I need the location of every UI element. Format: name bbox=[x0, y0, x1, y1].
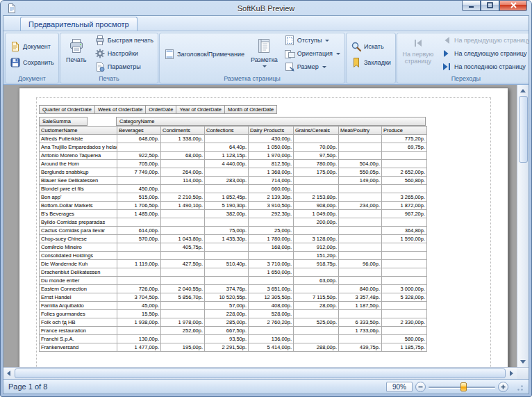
value-cell: 427,50р. bbox=[161, 260, 205, 268]
print-settings-button[interactable]: Настройки bbox=[92, 47, 156, 60]
value-cell: 15,50р. bbox=[117, 310, 161, 318]
save-button-label: Сохранить bbox=[23, 59, 54, 66]
window-title: SoftKuB Preview bbox=[3, 4, 529, 13]
value-cell: 1 590,00р. bbox=[382, 235, 427, 243]
value-cell bbox=[294, 327, 339, 335]
table-row: Frankenversand1 477,00р.195,00р.2 291,50… bbox=[40, 343, 427, 352]
ribbon-group-document: Документ Сохранить Документ bbox=[5, 33, 59, 83]
value-cell: 504,00р. bbox=[339, 160, 382, 168]
value-cell bbox=[294, 185, 339, 193]
margins-button[interactable]: Отступы bbox=[281, 34, 343, 47]
column-header: Meat/Poultry bbox=[339, 127, 382, 135]
find-button[interactable]: Искать bbox=[348, 40, 394, 53]
value-cell: 175,00р. bbox=[294, 168, 339, 177]
group-label-page-layout: Разметка страницы bbox=[161, 74, 343, 83]
page-size-button[interactable]: Размер bbox=[281, 60, 343, 73]
ribbon: Документ Сохранить Документ Печать bbox=[3, 31, 529, 85]
first-page-button[interactable]: На первую страницу bbox=[399, 34, 438, 74]
print-options-button[interactable]: Параметры bbox=[92, 60, 156, 73]
prev-page-button[interactable]: На предыдущую страницу bbox=[438, 34, 529, 47]
value-cell: 75,00р. bbox=[205, 227, 249, 235]
value-cell: 364,80р. bbox=[382, 227, 427, 235]
value-cell: 1 872,00р. bbox=[382, 202, 427, 210]
orientation-button[interactable]: Ориентация bbox=[281, 47, 343, 60]
close-button[interactable] bbox=[499, 1, 527, 11]
value-cell: 408,00р. bbox=[249, 302, 294, 310]
pivot-header-row: CustomerName BeveragesCondimentsConfecti… bbox=[40, 127, 427, 135]
value-cell bbox=[161, 185, 205, 193]
value-cell bbox=[382, 252, 427, 260]
value-cell bbox=[382, 160, 427, 168]
resize-grip[interactable] bbox=[515, 382, 524, 391]
scroll-up-button[interactable] bbox=[518, 85, 529, 96]
value-cell bbox=[205, 277, 249, 285]
column-header: Grains/Cereals bbox=[294, 127, 339, 135]
value-cell bbox=[294, 310, 339, 318]
value-cell bbox=[382, 310, 427, 318]
group-label-print: Печать bbox=[62, 74, 156, 83]
value-cell bbox=[117, 243, 161, 252]
value-cell bbox=[249, 327, 294, 335]
scrollbar-corner bbox=[517, 368, 529, 379]
bookmarks-button[interactable]: Закладки bbox=[348, 56, 394, 69]
field-header-row: SaleSumma CategoryName bbox=[39, 117, 427, 126]
zoom-percent-value: 90% bbox=[386, 382, 413, 392]
value-cell: 570,00р. bbox=[117, 235, 161, 243]
value-cell bbox=[382, 277, 427, 285]
customer-name-cell: Consolidated Holdings bbox=[40, 252, 117, 260]
value-cell bbox=[339, 243, 382, 252]
value-cell bbox=[117, 268, 161, 277]
value-cell: 130,00р. bbox=[117, 335, 161, 343]
tab-preview[interactable]: Предварительный просмотр bbox=[20, 17, 138, 31]
zoom-increase-button[interactable] bbox=[498, 382, 508, 392]
zoom-slider[interactable] bbox=[429, 382, 495, 391]
filter-field-chip: Week of OrderDate bbox=[94, 105, 146, 114]
value-cell: 726,00р. bbox=[117, 285, 161, 293]
scroll-left-button[interactable] bbox=[3, 368, 14, 379]
value-cell: 1 049,00р. bbox=[294, 210, 339, 218]
value-cell: 63,00р. bbox=[294, 277, 339, 285]
preview-region: Quarter of OrderDateWeek of OrderDateOrd… bbox=[3, 85, 529, 367]
scroll-down-button[interactable] bbox=[518, 356, 529, 367]
zoom-decrease-button[interactable] bbox=[415, 382, 426, 392]
value-cell bbox=[339, 185, 382, 193]
page-layout-button[interactable]: Разметка bbox=[248, 34, 281, 74]
value-cell bbox=[161, 277, 205, 285]
maximize-button[interactable] bbox=[481, 1, 499, 11]
header-footer-button-label: Заголовок/Примечание bbox=[177, 51, 244, 58]
value-cell: 28,00р. bbox=[294, 302, 339, 310]
quick-print-button[interactable]: Быстрая печать bbox=[92, 34, 156, 47]
scroll-right-button[interactable] bbox=[506, 368, 517, 379]
value-cell bbox=[339, 227, 382, 235]
value-cell: 97,50р. bbox=[294, 152, 339, 160]
last-page-button-label: На последнюю страницу bbox=[454, 63, 526, 70]
value-cell bbox=[294, 285, 339, 293]
print-button-label: Печать bbox=[66, 56, 86, 63]
customer-name-cell: Die Wandernde Kuh bbox=[40, 260, 117, 268]
zoom-slider-thumb[interactable] bbox=[460, 382, 467, 391]
app-icon[interactable] bbox=[6, 3, 17, 14]
scroll-down-icon bbox=[520, 360, 526, 364]
ribbon-group-print: Печать Быстрая печать Настройки bbox=[60, 33, 158, 83]
vertical-scrollbar[interactable] bbox=[517, 85, 529, 367]
save-button[interactable]: Сохранить bbox=[7, 56, 57, 69]
horizontal-scrollbar[interactable] bbox=[3, 367, 529, 379]
value-cell: 3 710,00р. bbox=[249, 260, 294, 268]
table-row: Alfreds Futterkiste648,00р.1 338,00р.430… bbox=[40, 135, 427, 143]
horizontal-scroll-thumb[interactable] bbox=[15, 368, 506, 378]
vertical-scroll-thumb[interactable] bbox=[519, 96, 528, 163]
filter-fields-row: Quarter of OrderDateWeek of OrderDateOrd… bbox=[39, 105, 427, 114]
header-footer-button[interactable]: Заголовок/Примечание bbox=[161, 48, 247, 60]
table-row: Die Wandernde Kuh1 119,00р.427,50р.510,4… bbox=[40, 260, 427, 268]
value-cell: 12 305,50р. bbox=[249, 293, 294, 302]
filter-field-chip: Month of OrderDate bbox=[224, 105, 277, 114]
document-button-label: Документ bbox=[23, 43, 51, 50]
next-page-button[interactable]: На следующую страницу bbox=[438, 47, 529, 60]
column-header: Dairy Products bbox=[249, 127, 294, 135]
minimize-button[interactable] bbox=[462, 1, 481, 11]
print-button[interactable]: Печать bbox=[62, 34, 91, 74]
value-cell: 64,40р. bbox=[205, 143, 249, 152]
document-button[interactable]: Документ bbox=[7, 40, 57, 53]
last-page-button[interactable]: На последнюю страницу bbox=[438, 60, 529, 73]
value-cell: 3 704,50р. bbox=[117, 293, 161, 302]
